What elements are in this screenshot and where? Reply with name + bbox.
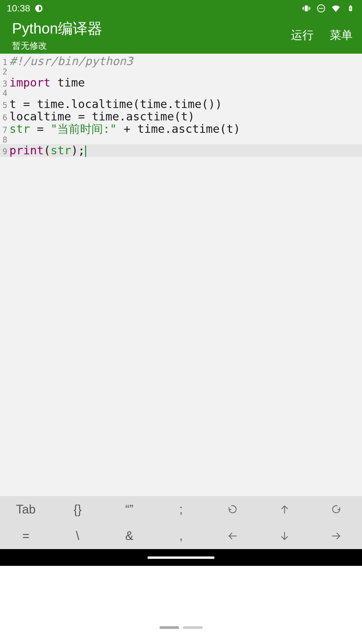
code-editor[interactable]: 1#!/usr/bin/python323import time45t = ti… <box>0 54 362 496</box>
code-line[interactable]: 5t = time.localtime(time.time()) <box>0 98 362 110</box>
line-number: 3 <box>0 79 9 88</box>
key-[interactable]: ; <box>155 496 207 523</box>
arrow-right-icon[interactable] <box>310 523 362 549</box>
svg-rect-5 <box>310 7 310 10</box>
svg-rect-4 <box>302 7 303 10</box>
key-[interactable]: {} <box>52 496 103 523</box>
svg-rect-2 <box>303 7 304 10</box>
run-button[interactable]: 运行 <box>291 28 314 43</box>
key-tab[interactable]: Tab <box>0 496 52 523</box>
code-content: t = time.localtime(time.time()) <box>9 98 222 110</box>
code-content: str = "当前时间:" + time.asctime(t) <box>9 123 240 135</box>
app-subtitle: 暂无修改 <box>12 40 102 52</box>
line-number: 2 <box>0 67 9 76</box>
redo-icon[interactable] <box>310 496 362 523</box>
dnd-icon <box>316 4 326 13</box>
arrow-up-icon[interactable] <box>258 496 310 523</box>
code-content: localtime = time.asctime(t) <box>9 110 195 123</box>
app-title: Python编译器 <box>12 19 102 39</box>
arrow-left-icon[interactable] <box>207 523 258 549</box>
code-line[interactable]: 9print(str); <box>0 144 362 157</box>
code-content: import time <box>9 76 85 89</box>
svg-rect-1 <box>305 5 308 11</box>
key-[interactable]: = <box>0 523 52 549</box>
code-content: #!/usr/bin/python3 <box>9 55 133 67</box>
app-bar: Python编译器 暂无修改 运行 菜单 <box>0 17 362 54</box>
code-line[interactable]: 3import time <box>0 76 362 89</box>
navigation-bar <box>0 549 362 566</box>
cursor <box>85 146 86 157</box>
arrow-down-icon[interactable] <box>258 523 310 549</box>
code-line[interactable]: 6localtime = time.asctime(t) <box>0 110 362 123</box>
line-number: 6 <box>0 113 9 122</box>
svg-rect-9 <box>350 5 352 6</box>
code-line[interactable]: 8 <box>0 136 362 144</box>
line-number: 4 <box>0 89 9 98</box>
status-bar: 10:38 <box>0 0 362 17</box>
undo-icon[interactable] <box>207 496 258 523</box>
line-number: 1 <box>0 58 9 67</box>
svg-rect-3 <box>309 7 309 10</box>
key-[interactable]: , <box>155 523 207 549</box>
line-number: 8 <box>0 136 9 144</box>
line-number: 7 <box>0 126 9 135</box>
vibrate-icon <box>302 4 311 13</box>
line-number: 9 <box>0 147 9 156</box>
line-number: 5 <box>0 101 9 110</box>
code-line[interactable]: 2 <box>0 67 362 76</box>
app-indicator-icon <box>34 4 44 13</box>
keyboard-accessory: Tab{}“”; =\&, <box>0 496 362 549</box>
code-line[interactable]: 4 <box>0 89 362 98</box>
recent-apps-indicator <box>160 626 202 629</box>
key-[interactable]: \ <box>52 523 103 549</box>
key-[interactable]: “” <box>104 496 155 523</box>
code-line[interactable]: 7str = "当前时间:" + time.asctime(t) <box>0 123 362 135</box>
home-handle[interactable] <box>147 556 215 559</box>
status-time: 10:38 <box>7 3 30 14</box>
code-line[interactable]: 1#!/usr/bin/python3 <box>0 55 362 67</box>
key-[interactable]: & <box>104 523 155 549</box>
code-content: print(str); <box>9 144 86 157</box>
menu-button[interactable]: 菜单 <box>330 28 353 43</box>
battery-icon <box>346 4 355 13</box>
wifi-icon <box>331 4 341 13</box>
